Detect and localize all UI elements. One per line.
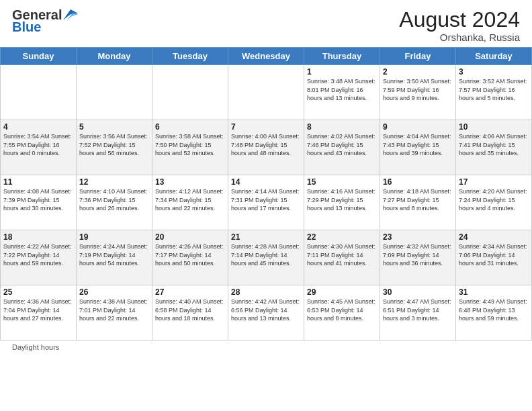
day-info: Sunrise: 4:18 AM Sunset: 7:27 PM Dayligh… (383, 187, 453, 213)
col-header-sunday: Sunday (1, 48, 77, 65)
calendar-cell: 14Sunrise: 4:14 AM Sunset: 7:31 PM Dayli… (228, 175, 304, 230)
footer: Daylight hours (0, 340, 532, 354)
day-info: Sunrise: 4:42 AM Sunset: 6:56 PM Dayligh… (231, 298, 301, 323)
calendar-cell: 29Sunrise: 4:45 AM Sunset: 6:53 PM Dayli… (304, 285, 380, 340)
calendar-week-4: 18Sunrise: 4:22 AM Sunset: 7:22 PM Dayli… (1, 230, 532, 285)
calendar-week-3: 11Sunrise: 4:08 AM Sunset: 7:39 PM Dayli… (1, 175, 532, 230)
day-number: 17 (459, 177, 529, 187)
day-info: Sunrise: 4:28 AM Sunset: 7:14 PM Dayligh… (231, 242, 301, 268)
calendar-cell: 20Sunrise: 4:26 AM Sunset: 7:17 PM Dayli… (152, 230, 228, 285)
calendar-cell: 3Sunrise: 3:52 AM Sunset: 7:57 PM Daylig… (456, 65, 532, 120)
calendar-cell: 23Sunrise: 4:32 AM Sunset: 7:09 PM Dayli… (380, 230, 456, 285)
calendar-cell: 28Sunrise: 4:42 AM Sunset: 6:56 PM Dayli… (228, 285, 304, 340)
day-info: Sunrise: 4:10 AM Sunset: 7:36 PM Dayligh… (79, 187, 149, 213)
title-area: August 2024 Orshanka, Russia (399, 8, 520, 43)
day-number: 19 (79, 232, 149, 242)
calendar-cell (1, 65, 77, 120)
day-number: 31 (459, 287, 529, 297)
calendar-cell: 22Sunrise: 4:30 AM Sunset: 7:11 PM Dayli… (304, 230, 380, 285)
calendar-cell: 10Sunrise: 4:06 AM Sunset: 7:41 PM Dayli… (456, 120, 532, 175)
calendar-cell: 25Sunrise: 4:36 AM Sunset: 7:04 PM Dayli… (1, 285, 77, 340)
day-info: Sunrise: 4:47 AM Sunset: 6:51 PM Dayligh… (383, 298, 453, 323)
calendar-cell: 27Sunrise: 4:40 AM Sunset: 6:58 PM Dayli… (152, 285, 228, 340)
logo-blue-text: Blue (12, 20, 41, 34)
day-number: 3 (459, 67, 529, 77)
day-number: 7 (231, 122, 301, 132)
day-info: Sunrise: 4:34 AM Sunset: 7:06 PM Dayligh… (459, 242, 529, 268)
day-info: Sunrise: 4:04 AM Sunset: 7:43 PM Dayligh… (383, 132, 453, 158)
day-number: 16 (383, 177, 453, 187)
calendar-header-row: SundayMondayTuesdayWednesdayThursdayFrid… (1, 48, 532, 65)
month-year-title: August 2024 (399, 8, 520, 32)
day-info: Sunrise: 4:22 AM Sunset: 7:22 PM Dayligh… (3, 242, 73, 268)
day-info: Sunrise: 4:02 AM Sunset: 7:46 PM Dayligh… (307, 132, 377, 158)
logo: General Blue (12, 8, 78, 34)
day-number: 1 (307, 67, 377, 77)
calendar-cell: 6Sunrise: 3:58 AM Sunset: 7:50 PM Daylig… (152, 120, 228, 175)
calendar-week-5: 25Sunrise: 4:36 AM Sunset: 7:04 PM Dayli… (1, 285, 532, 340)
calendar-cell: 19Sunrise: 4:24 AM Sunset: 7:19 PM Dayli… (77, 230, 152, 285)
day-info: Sunrise: 4:32 AM Sunset: 7:09 PM Dayligh… (383, 242, 453, 268)
day-info: Sunrise: 4:24 AM Sunset: 7:19 PM Dayligh… (79, 242, 149, 268)
day-number: 29 (307, 287, 377, 297)
calendar-cell: 5Sunrise: 3:56 AM Sunset: 7:52 PM Daylig… (77, 120, 152, 175)
day-info: Sunrise: 3:48 AM Sunset: 8:01 PM Dayligh… (307, 77, 377, 103)
day-info: Sunrise: 4:00 AM Sunset: 7:48 PM Dayligh… (231, 132, 301, 158)
calendar-cell: 13Sunrise: 4:12 AM Sunset: 7:34 PM Dayli… (152, 175, 228, 230)
day-number: 2 (383, 67, 453, 77)
day-info: Sunrise: 4:14 AM Sunset: 7:31 PM Dayligh… (231, 187, 301, 213)
calendar-cell: 15Sunrise: 4:16 AM Sunset: 7:29 PM Dayli… (304, 175, 380, 230)
calendar-cell: 24Sunrise: 4:34 AM Sunset: 7:06 PM Dayli… (456, 230, 532, 285)
calendar-week-2: 4Sunrise: 3:54 AM Sunset: 7:55 PM Daylig… (1, 120, 532, 175)
col-header-thursday: Thursday (304, 48, 380, 65)
day-number: 4 (3, 122, 73, 132)
calendar-cell: 31Sunrise: 4:49 AM Sunset: 6:48 PM Dayli… (456, 285, 532, 340)
calendar-cell: 16Sunrise: 4:18 AM Sunset: 7:27 PM Dayli… (380, 175, 456, 230)
logo-bird-icon (63, 9, 78, 21)
calendar-cell (77, 65, 152, 120)
calendar-cell: 1Sunrise: 3:48 AM Sunset: 8:01 PM Daylig… (304, 65, 380, 120)
day-number: 11 (3, 177, 73, 187)
day-info: Sunrise: 3:58 AM Sunset: 7:50 PM Dayligh… (155, 132, 225, 158)
day-number: 8 (307, 122, 377, 132)
calendar-cell: 2Sunrise: 3:50 AM Sunset: 7:59 PM Daylig… (380, 65, 456, 120)
day-number: 30 (383, 287, 453, 297)
day-info: Sunrise: 3:52 AM Sunset: 7:57 PM Dayligh… (459, 77, 529, 103)
col-header-friday: Friday (380, 48, 456, 65)
calendar-cell: 30Sunrise: 4:47 AM Sunset: 6:51 PM Dayli… (380, 285, 456, 340)
day-info: Sunrise: 4:38 AM Sunset: 7:01 PM Dayligh… (79, 298, 149, 323)
calendar-cell: 21Sunrise: 4:28 AM Sunset: 7:14 PM Dayli… (228, 230, 304, 285)
location-title: Orshanka, Russia (399, 32, 520, 43)
day-number: 14 (231, 177, 301, 187)
day-number: 22 (307, 232, 377, 242)
day-number: 9 (383, 122, 453, 132)
col-header-tuesday: Tuesday (152, 48, 228, 65)
day-info: Sunrise: 4:20 AM Sunset: 7:24 PM Dayligh… (459, 187, 529, 213)
calendar-cell: 7Sunrise: 4:00 AM Sunset: 7:48 PM Daylig… (228, 120, 304, 175)
calendar-cell: 12Sunrise: 4:10 AM Sunset: 7:36 PM Dayli… (77, 175, 152, 230)
day-info: Sunrise: 4:06 AM Sunset: 7:41 PM Dayligh… (459, 132, 529, 158)
calendar-cell: 9Sunrise: 4:04 AM Sunset: 7:43 PM Daylig… (380, 120, 456, 175)
day-info: Sunrise: 4:45 AM Sunset: 6:53 PM Dayligh… (307, 298, 377, 323)
col-header-monday: Monday (77, 48, 152, 65)
day-number: 10 (459, 122, 529, 132)
day-number: 21 (231, 232, 301, 242)
header: General Blue August 2024 Orshanka, Russi… (0, 0, 532, 47)
day-info: Sunrise: 3:54 AM Sunset: 7:55 PM Dayligh… (3, 132, 73, 158)
day-number: 15 (307, 177, 377, 187)
day-info: Sunrise: 4:08 AM Sunset: 7:39 PM Dayligh… (3, 187, 73, 213)
calendar-cell: 8Sunrise: 4:02 AM Sunset: 7:46 PM Daylig… (304, 120, 380, 175)
day-info: Sunrise: 4:12 AM Sunset: 7:34 PM Dayligh… (155, 187, 225, 213)
day-number: 12 (79, 177, 149, 187)
day-number: 27 (155, 287, 225, 297)
day-info: Sunrise: 3:56 AM Sunset: 7:52 PM Dayligh… (79, 132, 149, 158)
day-number: 5 (79, 122, 149, 132)
calendar-cell: 17Sunrise: 4:20 AM Sunset: 7:24 PM Dayli… (456, 175, 532, 230)
day-number: 13 (155, 177, 225, 187)
calendar-cell: 4Sunrise: 3:54 AM Sunset: 7:55 PM Daylig… (1, 120, 77, 175)
day-number: 25 (3, 287, 73, 297)
calendar-cell (228, 65, 304, 120)
day-number: 20 (155, 232, 225, 242)
calendar-cell: 26Sunrise: 4:38 AM Sunset: 7:01 PM Dayli… (77, 285, 152, 340)
col-header-wednesday: Wednesday (228, 48, 304, 65)
